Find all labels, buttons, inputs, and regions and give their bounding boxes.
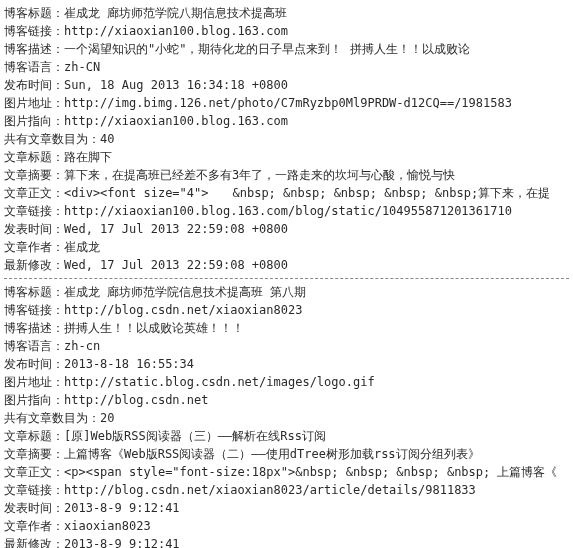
field-line: 文章摘要：算下来，在提高班已经差不多有3年了，一路走来的坎坷与心酸，愉悦与快 [4, 166, 569, 184]
field-label: 共有文章数目为： [4, 411, 100, 425]
field-label: 博客标题： [4, 285, 64, 299]
field-label: 图片地址： [4, 375, 64, 389]
field-value: http://xiaoxian100.blog.163.com/blog/sta… [64, 204, 512, 218]
field-value: <p><span style="font-size:18px">&nbsp; &… [64, 465, 557, 479]
field-line: 发表时间：2013-8-9 9:12:41 [4, 499, 569, 517]
field-line: 共有文章数目为：40 [4, 130, 569, 148]
field-line: 博客描述：拼搏人生！！以成败论英雄！！！ [4, 319, 569, 337]
field-line: 博客标题：崔成龙 廊坊师范学院信息技术提高班 第八期 [4, 283, 569, 301]
field-line: 最新修改：Wed, 17 Jul 2013 22:59:08 +0800 [4, 256, 569, 274]
field-value: 崔成龙 廊坊师范学院信息技术提高班 第八期 [64, 285, 306, 299]
field-label: 图片指向： [4, 393, 64, 407]
field-value: http://img.bimg.126.net/photo/C7mRyzbp0M… [64, 96, 512, 110]
field-value: Wed, 17 Jul 2013 22:59:08 +0800 [64, 258, 288, 272]
field-value: 崔成龙 [64, 240, 100, 254]
field-label: 博客标题： [4, 6, 64, 20]
field-line: 文章正文：<div><font size="4"> &nbsp; &nbsp; … [4, 184, 569, 202]
field-line: 博客语言：zh-cn [4, 337, 569, 355]
field-value: 2013-8-18 16:55:34 [64, 357, 194, 371]
field-line: 博客语言：zh-CN [4, 58, 569, 76]
field-value: 算下来，在提高班已经差不多有3年了，一路走来的坎坷与心酸，愉悦与快 [64, 168, 455, 182]
field-value: 一个渴望知识的"小蛇"，期待化龙的日子早点来到！ 拼搏人生！！以成败论 [64, 42, 470, 56]
field-line: 图片指向：http://xiaoxian100.blog.163.com [4, 112, 569, 130]
field-value: 路在脚下 [64, 150, 112, 164]
field-line: 博客链接：http://blog.csdn.net/xiaoxian8023 [4, 301, 569, 319]
field-value: 崔成龙 廊坊师范学院八期信息技术提高班 [64, 6, 287, 20]
field-value: zh-cn [64, 339, 100, 353]
field-label: 图片指向： [4, 114, 64, 128]
field-line: 文章作者：xiaoxian8023 [4, 517, 569, 535]
field-label: 文章正文： [4, 465, 64, 479]
field-line: 发布时间：2013-8-18 16:55:34 [4, 355, 569, 373]
field-label: 图片地址： [4, 96, 64, 110]
field-label: 博客链接： [4, 303, 64, 317]
field-value: Sun, 18 Aug 2013 16:34:18 +0800 [64, 78, 288, 92]
field-value: zh-CN [64, 60, 100, 74]
field-label: 最新修改： [4, 258, 64, 272]
field-label: 文章标题： [4, 429, 64, 443]
field-label: 文章作者： [4, 519, 64, 533]
field-value: 2013-8-9 9:12:41 [64, 501, 180, 515]
field-label: 共有文章数目为： [4, 132, 100, 146]
field-value: [原]Web版RSS阅读器（三）——解析在线Rss订阅 [64, 429, 326, 443]
field-value: http://static.blog.csdn.net/images/logo.… [64, 375, 375, 389]
field-line: 文章链接：http://xiaoxian100.blog.163.com/blo… [4, 202, 569, 220]
field-line: 博客链接：http://xiaoxian100.blog.163.com [4, 22, 569, 40]
field-value: http://blog.csdn.net/xiaoxian8023 [64, 303, 302, 317]
field-value: http://blog.csdn.net [64, 393, 209, 407]
field-value: 40 [100, 132, 114, 146]
field-value: <div><font size="4"> &nbsp; &nbsp; &nbsp… [64, 186, 550, 200]
field-label: 发布时间： [4, 78, 64, 92]
field-line: 图片地址：http://static.blog.csdn.net/images/… [4, 373, 569, 391]
field-value: 上篇博客《Web版RSS阅读器（二）——使用dTree树形加载rss订阅分组列表… [64, 447, 480, 461]
field-label: 文章摘要： [4, 447, 64, 461]
field-value: http://blog.csdn.net/xiaoxian8023/articl… [64, 483, 476, 497]
field-line: 图片地址：http://img.bimg.126.net/photo/C7mRy… [4, 94, 569, 112]
field-line: 文章正文：<p><span style="font-size:18px">&nb… [4, 463, 569, 481]
field-line: 最新修改：2013-8-9 9:12:41 [4, 535, 569, 548]
field-line: 文章链接：http://blog.csdn.net/xiaoxian8023/a… [4, 481, 569, 499]
field-value: xiaoxian8023 [64, 519, 151, 533]
field-line: 博客描述：一个渴望知识的"小蛇"，期待化龙的日子早点来到！ 拼搏人生！！以成败论 [4, 40, 569, 58]
field-line: 文章摘要：上篇博客《Web版RSS阅读器（二）——使用dTree树形加载rss订… [4, 445, 569, 463]
field-line: 图片指向：http://blog.csdn.net [4, 391, 569, 409]
field-label: 文章链接： [4, 204, 64, 218]
field-label: 博客描述： [4, 42, 64, 56]
field-value: Wed, 17 Jul 2013 22:59:08 +0800 [64, 222, 288, 236]
field-label: 博客语言： [4, 60, 64, 74]
field-label: 文章链接： [4, 483, 64, 497]
field-line: 博客标题：崔成龙 廊坊师范学院八期信息技术提高班 [4, 4, 569, 22]
field-value: 2013-8-9 9:12:41 [64, 537, 180, 548]
field-line: 共有文章数目为：20 [4, 409, 569, 427]
field-line: 文章标题：[原]Web版RSS阅读器（三）——解析在线Rss订阅 [4, 427, 569, 445]
field-line: 文章作者：崔成龙 [4, 238, 569, 256]
field-label: 文章标题： [4, 150, 64, 164]
block-separator [4, 278, 569, 279]
field-label: 文章摘要： [4, 168, 64, 182]
field-label: 博客语言： [4, 339, 64, 353]
field-line: 文章标题：路在脚下 [4, 148, 569, 166]
field-label: 发表时间： [4, 222, 64, 236]
field-label: 最新修改： [4, 537, 64, 548]
field-value: http://xiaoxian100.blog.163.com [64, 24, 288, 38]
field-value: http://xiaoxian100.blog.163.com [64, 114, 288, 128]
field-label: 发表时间： [4, 501, 64, 515]
field-label: 博客链接： [4, 24, 64, 38]
field-label: 文章作者： [4, 240, 64, 254]
field-label: 发布时间： [4, 357, 64, 371]
field-label: 文章正文： [4, 186, 64, 200]
field-value: 拼搏人生！！以成败论英雄！！！ [64, 321, 244, 335]
field-line: 发表时间：Wed, 17 Jul 2013 22:59:08 +0800 [4, 220, 569, 238]
field-label: 博客描述： [4, 321, 64, 335]
field-value: 20 [100, 411, 114, 425]
field-line: 发布时间：Sun, 18 Aug 2013 16:34:18 +0800 [4, 76, 569, 94]
